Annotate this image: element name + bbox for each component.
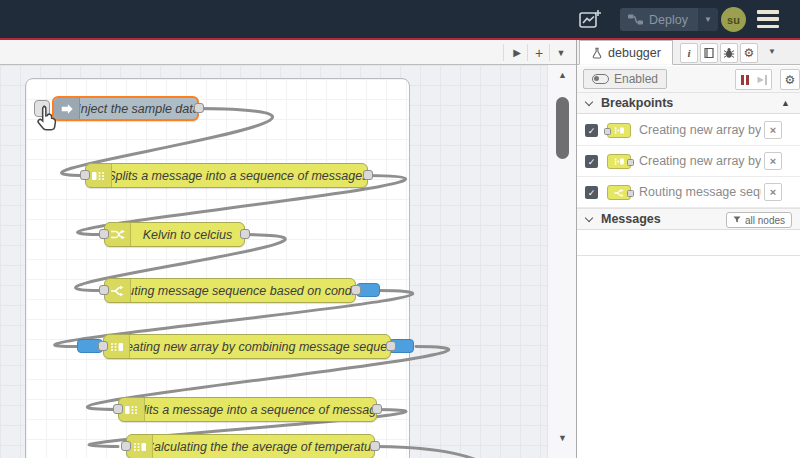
tab-label: debugger	[608, 46, 661, 60]
node-label: Splits a message into a sequence of mess…	[145, 398, 376, 421]
remove-breakpoint-button[interactable]: ×	[764, 183, 782, 201]
remove-breakpoint-button[interactable]: ×	[764, 121, 782, 139]
enabled-label: Enabled	[614, 72, 658, 86]
messages-empty-area	[577, 230, 800, 256]
debugger-toolbar: Enabled ▶ ⚙	[577, 66, 800, 93]
output-port[interactable]	[386, 341, 396, 351]
section-title: Breakpoints	[601, 96, 673, 110]
scrollbar-thumb[interactable]	[556, 97, 569, 159]
remove-breakpoint-button[interactable]: ×	[764, 152, 782, 170]
input-port[interactable]	[99, 285, 109, 295]
output-port[interactable]	[370, 441, 380, 451]
sidebar-options-caret[interactable]: ▼	[768, 47, 776, 56]
breakpoint-checkbox[interactable]: ✓	[585, 155, 598, 168]
flow-assistant-icon[interactable]	[577, 8, 603, 31]
settings-button[interactable]: ⚙	[740, 43, 758, 63]
divider	[549, 44, 550, 61]
scroll-down-icon[interactable]: ▼	[548, 433, 576, 443]
output-port[interactable]	[240, 229, 250, 239]
debug-button[interactable]	[720, 43, 738, 63]
switch-node-icon	[607, 185, 631, 200]
scroll-up-icon[interactable]: ▲	[548, 70, 576, 80]
join-node-icon	[607, 123, 631, 138]
breakpoint-checkbox[interactable]: ✓	[585, 186, 598, 199]
join-node-icon	[607, 154, 631, 169]
output-port	[627, 190, 634, 197]
output-port	[627, 159, 634, 166]
add-flow-button[interactable]: +	[529, 43, 549, 62]
node-label: Splits a message into a sequence of mess…	[112, 164, 367, 187]
node-inject[interactable]: Inject the sample data	[52, 96, 199, 121]
hand-cursor-icon	[35, 104, 59, 132]
divider	[503, 44, 504, 61]
breakpoint-row[interactable]: ✓ Routing message sequence based on cond…	[577, 177, 800, 208]
divider	[527, 44, 528, 61]
output-port[interactable]	[351, 285, 361, 295]
breakpoint-row[interactable]: ✓ Creating new array by combining messag…	[577, 146, 800, 177]
node-switch[interactable]: Routing message sequence based on condit…	[104, 278, 356, 303]
chevron-down-icon	[585, 98, 593, 106]
sidebar-tab-bar: debugger i ⚙ ▼	[577, 40, 800, 65]
toggle-icon	[592, 74, 609, 84]
enabled-toggle-button[interactable]: Enabled	[583, 69, 667, 89]
info-button[interactable]: i	[680, 43, 698, 63]
breakpoint-label: Routing message sequence based on condit…	[639, 185, 761, 199]
chart-sparkle-icon	[578, 9, 602, 31]
node-join[interactable]: Calculating the the average of temperatu…	[126, 434, 375, 458]
breakpoint-row[interactable]: ✓ Creating new array by combining messag…	[577, 115, 800, 146]
wire	[375, 447, 505, 458]
list-flows-button[interactable]: ▼	[551, 43, 571, 62]
input-port[interactable]	[80, 170, 90, 180]
node-red-app: Deploy ▼ su ▶ + ▼	[0, 0, 800, 458]
output-port[interactable]	[194, 103, 204, 113]
input-port[interactable]	[99, 229, 109, 239]
chevron-down-icon	[585, 214, 593, 222]
flow-canvas[interactable]: Inject the sample data Splits a message …	[0, 65, 576, 458]
help-button[interactable]	[700, 43, 718, 63]
gear-icon: ⚙	[744, 46, 755, 60]
sidebar: debugger i ⚙ ▼ Enabled ▶ ⚙ Breakpoints	[577, 40, 800, 458]
node-label: Kelvin to celcius	[131, 223, 244, 246]
input-port[interactable]	[121, 441, 131, 451]
deploy-label: Deploy	[649, 13, 688, 27]
breakpoint-label: Creating new array by combining message …	[639, 154, 761, 168]
node-label: Routing message sequence based on condit…	[131, 279, 355, 302]
bug-icon	[723, 47, 735, 59]
filter-nodes-button[interactable]: all nodes	[726, 212, 792, 228]
node-change[interactable]: Kelvin to celcius	[104, 222, 245, 247]
gear-icon: ⚙	[785, 73, 796, 87]
deploy-options-caret[interactable]: ▼	[698, 8, 718, 31]
output-port[interactable]	[363, 170, 373, 180]
node-label: Creating new array by combining message …	[130, 335, 390, 358]
node-label: Inject the sample data	[80, 98, 197, 119]
node-split[interactable]: Splits a message into a sequence of mess…	[118, 397, 377, 422]
user-avatar[interactable]: su	[721, 7, 746, 32]
messages-section-header[interactable]: Messages all nodes	[577, 208, 800, 230]
breakpoints-section-header[interactable]: Breakpoints ▲	[577, 92, 800, 114]
breakpoint-label: Creating new array by combining message …	[639, 123, 761, 137]
book-icon	[703, 47, 715, 59]
section-title: Messages	[601, 212, 661, 226]
next-tab-button[interactable]: ▶	[507, 43, 527, 62]
funnel-icon	[733, 216, 741, 224]
deploy-button-main[interactable]: Deploy	[620, 8, 698, 31]
node-label: Calculating the the average of temperatu…	[153, 435, 374, 458]
scroll-up-icon[interactable]: ▲	[781, 98, 790, 108]
flask-icon	[591, 46, 603, 60]
node-join[interactable]: Creating new array by combining message …	[103, 334, 391, 359]
input-port[interactable]	[98, 341, 108, 351]
canvas-scrollbar[interactable]: ▲ ▼	[547, 65, 576, 458]
breakpoint-checkbox[interactable]: ✓	[585, 124, 598, 137]
debugger-settings-button[interactable]: ⚙	[780, 69, 800, 90]
main-menu-icon[interactable]	[757, 10, 779, 28]
input-port[interactable]	[113, 404, 123, 414]
step-button[interactable]: ▶	[753, 69, 772, 90]
output-port[interactable]	[372, 404, 382, 414]
pause-button[interactable]	[735, 69, 754, 90]
node-split[interactable]: Splits a message into a sequence of mess…	[85, 163, 368, 188]
deploy-nodes-icon	[628, 13, 643, 26]
tab-debugger[interactable]: debugger	[579, 40, 673, 65]
workspace-tab-bar: ▶ + ▼	[0, 40, 576, 65]
deploy-button[interactable]: Deploy ▼	[620, 8, 718, 31]
input-port	[604, 128, 611, 135]
